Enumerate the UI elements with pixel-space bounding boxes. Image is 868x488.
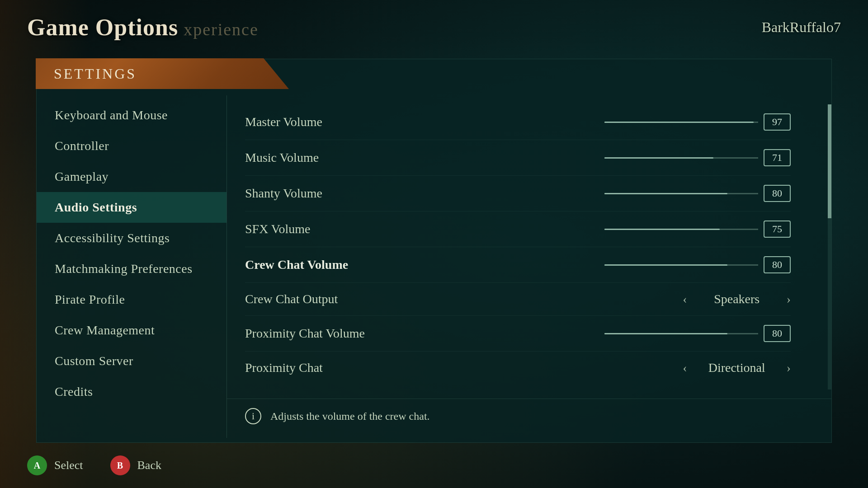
- content-column: Master Volume97Music Volume71Shanty Volu…: [227, 91, 831, 442]
- sidebar-item-pirate-profile[interactable]: Pirate Profile: [37, 284, 226, 315]
- selector-left-arrow-proximity-chat[interactable]: ‹: [683, 361, 687, 375]
- setting-row-crew-chat-volume: Crew Chat Volume80: [245, 247, 791, 283]
- selector-proximity-chat[interactable]: ‹Directional›: [683, 361, 791, 375]
- sidebar-item-credits[interactable]: Credits: [37, 376, 226, 407]
- slider-value-proximity-chat-volume: 80: [764, 325, 791, 342]
- sidebar-item-accessibility[interactable]: Accessibility Settings: [37, 223, 226, 253]
- setting-row-sfx-volume: SFX Volume75: [245, 211, 791, 247]
- setting-row-music-volume: Music Volume71: [245, 140, 791, 176]
- back-button-label: Back: [137, 459, 161, 472]
- selector-value-crew-chat-output: Speakers: [701, 292, 773, 306]
- setting-control-proximity-chat-volume[interactable]: 80: [417, 325, 791, 342]
- nav-column: Keyboard and MouseControllerGameplayAudi…: [37, 91, 226, 442]
- sidebar-item-matchmaking[interactable]: Matchmaking Preferences: [37, 253, 226, 284]
- sidebar-item-keyboard-mouse[interactable]: Keyboard and Mouse: [37, 100, 226, 131]
- slider-track-crew-chat-volume[interactable]: [604, 264, 758, 266]
- setting-row-proximity-chat: Proximity Chat‹Directional›: [245, 352, 791, 384]
- slider-value-master-volume: 97: [764, 113, 791, 131]
- setting-label-sfx-volume: SFX Volume: [245, 222, 417, 236]
- slider-wrapper-music-volume[interactable]: 71: [417, 149, 791, 166]
- subtitle: xperience: [184, 19, 259, 39]
- slider-value-sfx-volume: 75: [764, 221, 791, 238]
- setting-label-proximity-chat: Proximity Chat: [245, 361, 417, 375]
- info-bar: i Adjusts the volume of the crew chat.: [227, 399, 831, 433]
- sidebar-item-gameplay[interactable]: Gameplay: [37, 161, 226, 192]
- setting-label-music-volume: Music Volume: [245, 150, 417, 165]
- slider-wrapper-sfx-volume[interactable]: 75: [417, 221, 791, 238]
- slider-track-proximity-chat-volume[interactable]: [604, 333, 758, 334]
- slider-wrapper-shanty-volume[interactable]: 80: [417, 185, 791, 202]
- header: Game Options xperience BarkRuffalo7: [0, 0, 868, 54]
- selector-value-proximity-chat: Directional: [701, 361, 773, 375]
- sidebar-item-custom-server[interactable]: Custom Server: [37, 346, 226, 376]
- username-display: BarkRuffalo7: [762, 19, 841, 36]
- slider-track-shanty-volume[interactable]: [604, 193, 758, 194]
- slider-wrapper-proximity-chat-volume[interactable]: 80: [417, 325, 791, 342]
- sidebar-item-audio-settings[interactable]: Audio Settings: [37, 192, 226, 223]
- slider-track-sfx-volume[interactable]: [604, 229, 758, 230]
- settings-tab-header: Settings: [36, 58, 289, 89]
- bottom-bar: ASelectBBack: [0, 443, 868, 488]
- selector-left-arrow-crew-chat-output[interactable]: ‹: [683, 292, 687, 306]
- setting-control-crew-chat-volume[interactable]: 80: [417, 256, 791, 273]
- sidebar-item-crew-management[interactable]: Crew Management: [37, 315, 226, 346]
- settings-panel: Settings Keyboard and MouseControllerGam…: [36, 59, 832, 443]
- back-button[interactable]: BBack: [110, 455, 161, 475]
- setting-control-crew-chat-output[interactable]: ‹Speakers›: [417, 292, 791, 306]
- setting-control-master-volume[interactable]: 97: [417, 113, 791, 131]
- scrollbar-track[interactable]: [828, 104, 831, 389]
- settings-list: Master Volume97Music Volume71Shanty Volu…: [227, 100, 818, 389]
- setting-row-shanty-volume: Shanty Volume80: [245, 176, 791, 211]
- settings-tab-label: Settings: [54, 66, 137, 82]
- slider-value-music-volume: 71: [764, 149, 791, 166]
- selector-right-arrow-proximity-chat[interactable]: ›: [787, 361, 791, 375]
- setting-row-crew-chat-output: Crew Chat Output‹Speakers›: [245, 283, 791, 316]
- selector-right-arrow-crew-chat-output[interactable]: ›: [787, 292, 791, 306]
- setting-label-shanty-volume: Shanty Volume: [245, 186, 417, 201]
- selector-crew-chat-output[interactable]: ‹Speakers›: [683, 292, 791, 306]
- info-icon: i: [245, 408, 261, 424]
- slider-value-shanty-volume: 80: [764, 185, 791, 202]
- select-button[interactable]: ASelect: [27, 455, 83, 475]
- setting-control-sfx-volume[interactable]: 75: [417, 221, 791, 238]
- setting-row-master-volume: Master Volume97: [245, 104, 791, 140]
- setting-row-proximity-chat-volume: Proximity Chat Volume80: [245, 316, 791, 352]
- page-title: Game Options: [27, 14, 178, 41]
- setting-control-proximity-chat[interactable]: ‹Directional›: [417, 361, 791, 375]
- sidebar-item-controller[interactable]: Controller: [37, 131, 226, 161]
- slider-track-music-volume[interactable]: [604, 157, 758, 159]
- slider-wrapper-master-volume[interactable]: 97: [417, 113, 791, 131]
- back-button-icon: B: [110, 455, 130, 475]
- slider-track-master-volume[interactable]: [604, 122, 758, 123]
- select-button-label: Select: [54, 459, 83, 472]
- setting-label-crew-chat-output: Crew Chat Output: [245, 292, 417, 306]
- title-area: Game Options xperience: [27, 14, 259, 41]
- info-text: Adjusts the volume of the crew chat.: [270, 410, 430, 422]
- setting-control-shanty-volume[interactable]: 80: [417, 185, 791, 202]
- slider-wrapper-crew-chat-volume[interactable]: 80: [417, 256, 791, 273]
- setting-label-crew-chat-volume: Crew Chat Volume: [245, 258, 417, 272]
- setting-label-master-volume: Master Volume: [245, 115, 417, 129]
- scroll-container: Master Volume97Music Volume71Shanty Volu…: [227, 100, 831, 394]
- scrollbar-thumb[interactable]: [828, 104, 831, 218]
- slider-value-crew-chat-volume: 80: [764, 256, 791, 273]
- panel-content: Keyboard and MouseControllerGameplayAudi…: [37, 91, 831, 442]
- select-button-icon: A: [27, 455, 47, 475]
- setting-label-proximity-chat-volume: Proximity Chat Volume: [245, 326, 417, 341]
- setting-control-music-volume[interactable]: 71: [417, 149, 791, 166]
